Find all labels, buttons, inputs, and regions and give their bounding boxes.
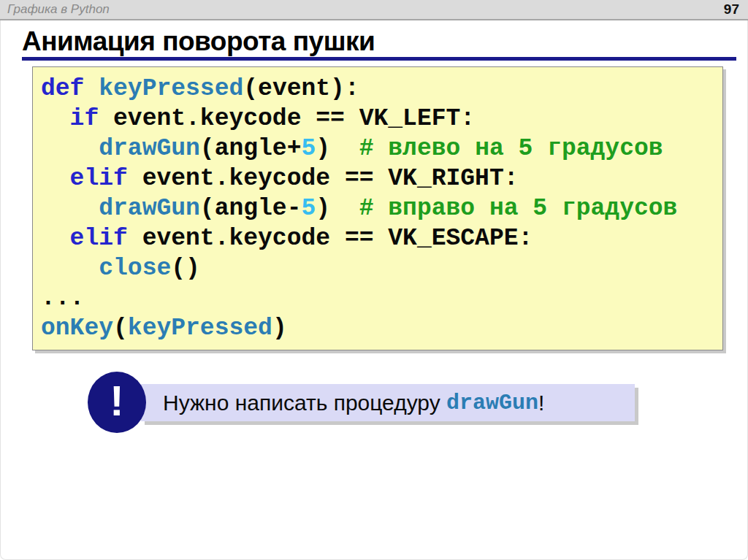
exclamation-glyph: ! xyxy=(110,380,123,422)
code-line: elif event.keycode == VK_ESCAPE: xyxy=(41,223,722,253)
slide: Графика в Python 97 Анимация поворота пу… xyxy=(0,0,748,560)
page-number: 97 xyxy=(724,1,739,18)
callout-text-before: Нужно написать процедуру xyxy=(163,391,446,415)
code-line: elif event.keycode == VK_RIGHT: xyxy=(41,164,722,193)
code-line: onKey(keyPressed) xyxy=(41,313,722,343)
code-line: ... xyxy=(41,283,722,313)
code-block: def keyPressed(event): if event.keycode … xyxy=(32,66,723,350)
callout-code-word: drawGun xyxy=(446,391,538,415)
breadcrumb: Графика в Python xyxy=(7,2,110,17)
callout-note: Нужно написать процедуру drawGun! xyxy=(141,384,635,421)
code-line: drawGun(angle+5) # влево на 5 градусов xyxy=(41,134,722,164)
callout-text-after: ! xyxy=(538,391,544,415)
code-line: def keyPressed(event): xyxy=(41,74,722,104)
code-line: drawGun(angle-5) # вправо на 5 градусов xyxy=(41,193,722,223)
code-line: if event.keycode == VK_LEFT: xyxy=(41,104,722,134)
exclamation-icon: ! xyxy=(88,372,146,433)
code-line: close() xyxy=(41,253,722,283)
header-bar: Графика в Python 97 xyxy=(0,0,748,20)
title-underline xyxy=(22,57,736,61)
page-title: Анимация поворота пушки xyxy=(22,26,375,57)
